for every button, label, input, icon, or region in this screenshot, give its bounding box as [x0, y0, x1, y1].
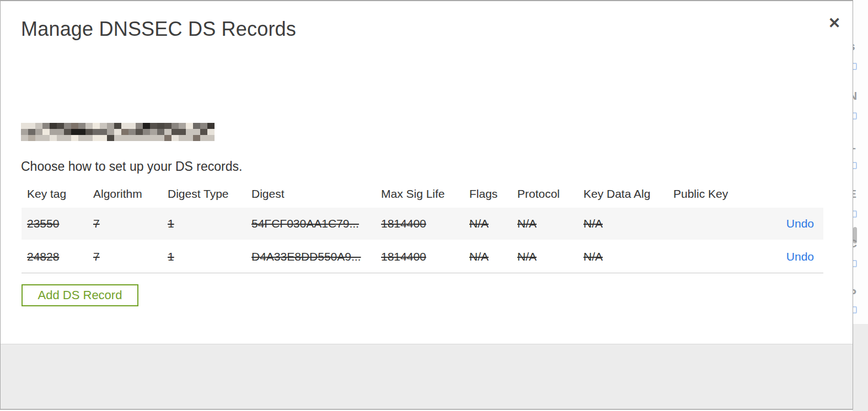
cell-key-tag: 24828	[22, 250, 88, 263]
background-page-strip: sNLECP	[853, 0, 868, 411]
col-header-digest: Digest	[246, 187, 376, 201]
modal-footer: Save Cancel	[1, 344, 853, 409]
add-ds-record-button[interactable]: Add DS Record	[22, 284, 138, 306]
background-page-footer	[853, 324, 868, 411]
cell-flags: N/A	[464, 250, 512, 263]
cell-digest: D4A33E8DD550A9...	[246, 250, 376, 263]
col-header-flags: Flags	[464, 187, 512, 201]
col-header-protocol: Protocol	[512, 187, 578, 201]
cell-digest-type: 1	[162, 217, 246, 230]
table-header-row: Key tag Algorithm Digest Type Digest Max…	[22, 180, 823, 208]
cell-algorithm: 7	[88, 217, 162, 230]
col-header-public-key: Public Key	[668, 187, 762, 201]
close-icon[interactable]: ✕	[824, 13, 844, 33]
cell-protocol: N/A	[512, 217, 578, 230]
cell-protocol: N/A	[512, 250, 578, 263]
cell-digest-type: 1	[162, 250, 246, 263]
screenshot-viewport: sNLECP Manage DNSSEC DS Records ✕ Choose…	[0, 0, 868, 411]
col-header-algorithm: Algorithm	[88, 187, 162, 201]
page-title: Manage DNSSEC DS Records	[21, 18, 296, 41]
col-header-digest-type: Digest Type	[162, 187, 246, 201]
ds-records-table: Key tag Algorithm Digest Type Digest Max…	[22, 180, 823, 273]
table-row: 24828 7 1 D4A33E8DD550A9... 1814400 N/A …	[22, 241, 823, 273]
undo-link[interactable]: Undo	[786, 250, 814, 263]
cell-max-sig-life: 1814400	[376, 217, 464, 230]
table-row: 23550 7 1 54FCF030AA1C79... 1814400 N/A …	[22, 208, 823, 241]
redacted-domain-name	[21, 123, 215, 141]
cell-key-data-alg: N/A	[578, 250, 668, 263]
cell-key-tag: 23550	[22, 217, 88, 230]
cell-flags: N/A	[464, 217, 512, 230]
cell-algorithm: 7	[88, 250, 162, 263]
cell-digest: 54FCF030AA1C79...	[246, 217, 376, 230]
undo-link[interactable]: Undo	[786, 217, 814, 230]
col-header-max-sig-life: Max Sig Life	[376, 187, 464, 201]
cell-key-data-alg: N/A	[578, 217, 668, 230]
cell-max-sig-life: 1814400	[376, 250, 464, 263]
intro-text: Choose how to set up your DS records.	[21, 159, 242, 174]
manage-dnssec-modal: Manage DNSSEC DS Records ✕ Choose how to…	[0, 0, 853, 410]
col-header-key-tag: Key tag	[22, 187, 88, 201]
col-header-key-data-alg: Key Data Alg	[578, 187, 668, 201]
